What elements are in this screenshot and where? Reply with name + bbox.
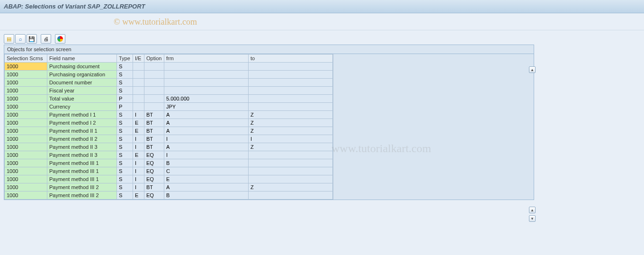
cell-type[interactable]: S xyxy=(117,71,133,79)
cell-ie[interactable] xyxy=(133,63,144,71)
cell-frm[interactable]: JPY xyxy=(164,103,249,111)
table-row[interactable]: 1000Purchasing documentS xyxy=(5,63,333,71)
cell-field-name[interactable]: Document number xyxy=(47,79,117,87)
col-header-type[interactable]: Type xyxy=(117,55,133,63)
scroll-up-icon-2[interactable]: ▲ xyxy=(529,207,536,213)
cell-frm[interactable] xyxy=(164,63,249,71)
cell-option[interactable] xyxy=(144,87,164,95)
cell-ie[interactable] xyxy=(133,87,144,95)
cell-field-name[interactable]: Payment method III 2 xyxy=(47,191,117,200)
cell-ie[interactable]: I xyxy=(133,143,144,151)
cell-selection-scrn[interactable]: 1000 xyxy=(5,159,47,167)
cell-to[interactable]: Z xyxy=(249,183,333,191)
cell-ie[interactable] xyxy=(133,103,144,111)
cell-selection-scrn[interactable]: 1000 xyxy=(5,111,47,119)
cell-option[interactable]: BT xyxy=(144,111,164,119)
scroll-down-icon[interactable]: ▼ xyxy=(529,215,536,222)
cell-to[interactable] xyxy=(249,79,333,87)
cell-to[interactable] xyxy=(249,103,333,111)
cell-selection-scrn[interactable]: 1000 xyxy=(5,63,47,71)
cell-ie[interactable]: I xyxy=(133,167,144,175)
cell-field-name[interactable]: Purchasing document xyxy=(47,63,117,71)
cell-to[interactable]: Z xyxy=(249,111,333,119)
toolbar-btn-5[interactable] xyxy=(55,34,65,44)
cell-option[interactable]: EQ xyxy=(144,151,164,159)
cell-to[interactable]: Z xyxy=(249,143,333,151)
table-row[interactable]: 1000Payment method III 2SIBTAZ xyxy=(5,183,333,191)
cell-selection-scrn[interactable]: 1000 xyxy=(5,175,47,183)
cell-field-name[interactable]: Payment method II 3 xyxy=(47,143,117,151)
toolbar-btn-2[interactable]: ⌕ xyxy=(15,34,26,44)
cell-option[interactable]: BT xyxy=(144,135,164,143)
cell-ie[interactable]: I xyxy=(133,175,144,183)
cell-selection-scrn[interactable]: 1000 xyxy=(5,183,47,191)
cell-type[interactable]: S xyxy=(117,111,133,119)
cell-option[interactable]: BT xyxy=(144,183,164,191)
cell-field-name[interactable]: Payment method II 1 xyxy=(47,127,117,135)
cell-selection-scrn[interactable]: 1000 xyxy=(5,135,47,143)
cell-to[interactable] xyxy=(249,167,333,175)
cell-ie[interactable] xyxy=(133,79,144,87)
cell-selection-scrn[interactable]: 1000 xyxy=(5,119,47,127)
cell-ie[interactable] xyxy=(133,71,144,79)
cell-frm[interactable]: A xyxy=(164,183,249,191)
cell-type[interactable]: S xyxy=(117,79,133,87)
cell-type[interactable]: S xyxy=(117,175,133,183)
cell-selection-scrn[interactable]: 1000 xyxy=(5,167,47,175)
col-header-ie[interactable]: I/E xyxy=(133,55,144,63)
cell-to[interactable] xyxy=(249,87,333,95)
cell-field-name[interactable]: Payment method I 1 xyxy=(47,111,117,119)
cell-selection-scrn[interactable]: 1000 xyxy=(5,103,47,111)
cell-option[interactable] xyxy=(144,79,164,87)
cell-option[interactable]: EQ xyxy=(144,191,164,200)
table-row[interactable]: 1000Payment method III 1SIEQC xyxy=(5,167,333,175)
cell-ie[interactable]: I xyxy=(133,111,144,119)
cell-frm[interactable]: B xyxy=(164,159,249,167)
table-row[interactable]: 1000Payment method II 2SIBTII xyxy=(5,135,333,143)
cell-frm[interactable] xyxy=(164,87,249,95)
cell-field-name[interactable]: Purchasing organization xyxy=(47,71,117,79)
cell-field-name[interactable]: Payment method III 1 xyxy=(47,175,117,183)
cell-ie[interactable]: E xyxy=(133,119,144,127)
table-row[interactable]: 1000Payment method II 3SEEQI xyxy=(5,151,333,159)
cell-selection-scrn[interactable]: 1000 xyxy=(5,95,47,103)
cell-to[interactable] xyxy=(249,151,333,159)
cell-field-name[interactable]: Payment method II 3 xyxy=(47,151,117,159)
cell-frm[interactable]: E xyxy=(164,175,249,183)
selection-grid[interactable]: Selection Scrns Field name Type I/E Opti… xyxy=(4,54,333,200)
table-row[interactable]: 1000Payment method II 1SEBTAZ xyxy=(5,127,333,135)
table-row[interactable]: 1000Payment method III 1SIEQB xyxy=(5,159,333,167)
cell-option[interactable] xyxy=(144,95,164,103)
cell-option[interactable]: EQ xyxy=(144,175,164,183)
cell-to[interactable] xyxy=(249,95,333,103)
cell-type[interactable]: S xyxy=(117,119,133,127)
toolbar-btn-4[interactable]: 🖨 xyxy=(41,34,51,44)
cell-frm[interactable]: A xyxy=(164,127,249,135)
cell-ie[interactable]: I xyxy=(133,135,144,143)
table-row[interactable]: 1000Payment method II 3SIBTAZ xyxy=(5,143,333,151)
cell-ie[interactable] xyxy=(133,95,144,103)
cell-field-name[interactable]: Payment method II 2 xyxy=(47,135,117,143)
cell-option[interactable]: BT xyxy=(144,119,164,127)
cell-to[interactable] xyxy=(249,63,333,71)
cell-to[interactable] xyxy=(249,71,333,79)
cell-ie[interactable]: E xyxy=(133,191,144,200)
col-header-scr[interactable]: Selection Scrns xyxy=(5,55,47,63)
cell-type[interactable]: P xyxy=(117,103,133,111)
cell-type[interactable]: S xyxy=(117,87,133,95)
table-row[interactable]: 1000CurrencyPJPY xyxy=(5,103,333,111)
cell-field-name[interactable]: Payment method I 2 xyxy=(47,119,117,127)
cell-to[interactable]: Z xyxy=(249,119,333,127)
cell-type[interactable]: S xyxy=(117,159,133,167)
table-row[interactable]: 1000Payment method III 1SIEQE xyxy=(5,175,333,183)
cell-frm[interactable]: C xyxy=(164,167,249,175)
cell-selection-scrn[interactable]: 1000 xyxy=(5,71,47,79)
cell-field-name[interactable]: Total value xyxy=(47,95,117,103)
cell-selection-scrn[interactable]: 1000 xyxy=(5,191,47,200)
cell-type[interactable]: S xyxy=(117,135,133,143)
cell-type[interactable]: S xyxy=(117,167,133,175)
col-header-frm[interactable]: frm xyxy=(164,55,249,63)
table-row[interactable]: 1000Total valueP5.000.000 xyxy=(5,95,333,103)
cell-selection-scrn[interactable]: 1000 xyxy=(5,87,47,95)
cell-frm[interactable]: A xyxy=(164,143,249,151)
